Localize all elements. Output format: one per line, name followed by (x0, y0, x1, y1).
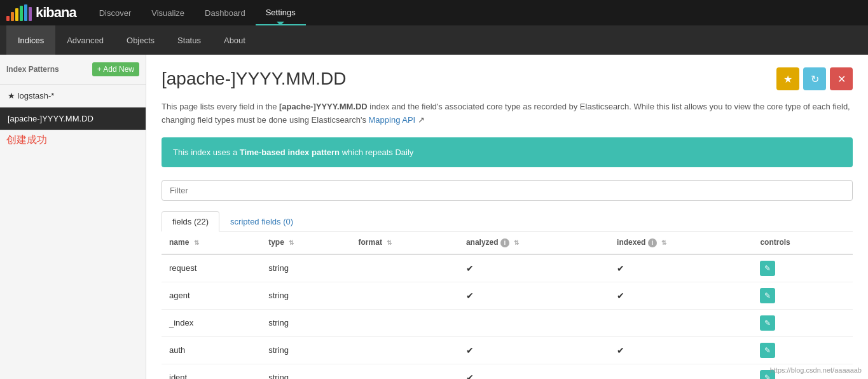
edit-button[interactable]: ✎ (760, 288, 775, 303)
edit-button[interactable]: ✎ (760, 315, 775, 331)
table-row: _index string ✎ (162, 309, 853, 336)
description-bold: [apache-]YYYY.MM.DD (279, 102, 368, 111)
field-format (351, 254, 458, 282)
analyzed-check: ✔ (466, 263, 474, 273)
field-format (351, 282, 458, 309)
field-controls: ✎ (752, 309, 853, 336)
subnav-indices[interactable]: Indices (6, 25, 55, 55)
refresh-icon: ↻ (811, 73, 819, 85)
sidebar-item-apache[interactable]: [apache-]YYYY.MM.DD (0, 107, 146, 130)
tab-scripted-fields[interactable]: scripted fields (0) (219, 211, 304, 231)
star-icon: ★ (783, 73, 792, 85)
field-type: string (261, 309, 350, 336)
info-banner-suffix: which repeats Daily (340, 148, 413, 157)
delete-icon: ✕ (837, 73, 846, 85)
sort-name-icon: ⇅ (194, 239, 199, 246)
nav-settings[interactable]: Settings (256, 0, 306, 25)
logo-bar-1 (6, 16, 10, 21)
mapping-api-link[interactable]: Mapping API (369, 115, 416, 125)
field-analyzed: ✔ (458, 282, 609, 309)
tab-fields[interactable]: fields (22) (162, 211, 219, 231)
field-analyzed (458, 309, 609, 336)
logo-bar-6 (29, 7, 32, 21)
info-banner-bold: Time-based index pattern (240, 148, 340, 157)
field-controls: ✎ (752, 336, 853, 364)
page-title: [apache-]YYYY.MM.DD (162, 69, 347, 89)
subnav-objects[interactable]: Objects (115, 25, 166, 55)
table-header-row: name ⇅ type ⇅ format ⇅ analyzed i ⇅ (162, 231, 853, 254)
field-name: agent (162, 282, 261, 309)
subnav-status[interactable]: Status (166, 25, 212, 55)
table-row: auth string ✔ ✔ ✎ (162, 336, 853, 364)
sidebar-item-logstash[interactable]: ★ logstash-* (0, 85, 146, 107)
sidebar-item-logstash-label: ★ logstash-* (8, 91, 54, 100)
subnav-advanced[interactable]: Advanced (55, 25, 115, 55)
field-format (351, 364, 458, 379)
content-header: [apache-]YYYY.MM.DD ★ ↻ ✕ (162, 67, 853, 90)
indexed-check: ✔ (617, 291, 624, 301)
field-indexed: ✔ (609, 254, 752, 282)
sidebar-title: Index Patterns (6, 65, 59, 74)
logo-bar-2 (11, 12, 14, 21)
sort-format-icon: ⇅ (387, 239, 392, 246)
field-format (351, 336, 458, 364)
field-analyzed: ✔ (458, 336, 609, 364)
main-layout: Index Patterns + Add New ★ logstash-* [a… (0, 55, 868, 379)
field-indexed (609, 309, 752, 336)
annotation: 创建成功 (6, 134, 146, 147)
add-new-button[interactable]: + Add New (92, 62, 139, 76)
sidebar-item-apache-label: [apache-]YYYY.MM.DD (8, 114, 93, 123)
description-part1: This page lists every field in the (162, 102, 279, 111)
analyzed-check: ✔ (466, 345, 474, 355)
delete-button[interactable]: ✕ (830, 67, 853, 90)
field-format (351, 309, 458, 336)
analyzed-check: ✔ (466, 291, 474, 301)
filter-input[interactable] (162, 180, 853, 201)
field-type: string (261, 336, 350, 364)
field-name: ident (162, 364, 261, 379)
field-name: auth (162, 336, 261, 364)
logo-bar-4 (20, 6, 23, 21)
refresh-button[interactable]: ↻ (803, 67, 826, 90)
logo-bars (6, 4, 32, 21)
indexed-info-icon[interactable]: i (648, 238, 657, 247)
second-nav: Indices Advanced Objects Status About (0, 25, 868, 55)
field-indexed: ✔ (609, 282, 752, 309)
field-name: request (162, 254, 261, 282)
annotation-text: 创建成功 (6, 134, 47, 145)
analyzed-check: ✔ (466, 373, 474, 379)
description: This page lists every field in the [apac… (162, 100, 853, 127)
indexed-check: ✔ (617, 263, 624, 273)
field-analyzed: ✔ (458, 364, 609, 379)
top-nav-items: Discover Visualize Dashboard Settings (89, 0, 306, 25)
field-type: string (261, 364, 350, 379)
info-banner-text1: This index uses a (173, 148, 240, 157)
logo: kibana (6, 4, 76, 21)
fields-table: name ⇅ type ⇅ format ⇅ analyzed i ⇅ (162, 231, 853, 379)
star-button[interactable]: ★ (776, 67, 799, 90)
nav-dashboard[interactable]: Dashboard (195, 0, 256, 25)
field-analyzed: ✔ (458, 254, 609, 282)
analyzed-info-icon[interactable]: i (500, 238, 509, 247)
table-row: request string ✔ ✔ ✎ (162, 254, 853, 282)
subnav-about[interactable]: About (212, 25, 257, 55)
sort-analyzed-icon: ⇅ (514, 239, 519, 246)
nav-visualize[interactable]: Visualize (141, 0, 195, 25)
logo-bar-3 (15, 8, 18, 21)
sort-type-icon: ⇅ (289, 239, 294, 246)
field-controls: ✎ (752, 254, 853, 282)
watermark: https://blog.csdn.net/aaaaaab (770, 366, 862, 374)
logo-bar-5 (24, 4, 27, 21)
info-banner: This index uses a Time-based index patte… (162, 137, 853, 168)
table-row: agent string ✔ ✔ ✎ (162, 282, 853, 309)
th-type: type ⇅ (261, 231, 350, 254)
nav-discover[interactable]: Discover (89, 0, 142, 25)
field-controls: ✎ (752, 282, 853, 309)
edit-button[interactable]: ✎ (760, 261, 775, 276)
th-indexed: indexed i ⇅ (609, 231, 752, 254)
th-format: format ⇅ (351, 231, 458, 254)
edit-button[interactable]: ✎ (760, 343, 775, 358)
field-name: _index (162, 309, 261, 336)
sidebar: Index Patterns + Add New ★ logstash-* [a… (0, 55, 146, 379)
indexed-check: ✔ (617, 345, 624, 355)
